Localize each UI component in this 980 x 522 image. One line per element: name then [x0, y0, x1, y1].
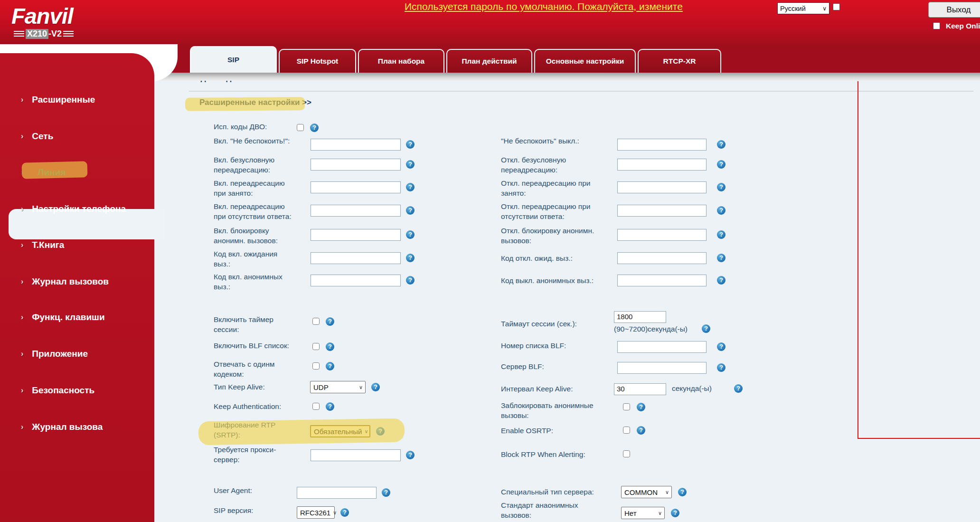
sidebar-item-2[interactable]: ›Линия	[0, 166, 154, 179]
help-icon[interactable]: ?	[340, 508, 349, 517]
help-icon[interactable]: ?	[671, 509, 679, 517]
tab-3[interactable]: План действий	[446, 49, 532, 73]
right-field-5-input[interactable]	[617, 252, 707, 264]
help-icon[interactable]: ?	[406, 254, 415, 262]
right-field-11-checkbox[interactable]	[623, 403, 630, 410]
keep-online-checkbox[interactable]	[933, 22, 940, 29]
tab-2[interactable]: План набора	[358, 49, 444, 73]
help-icon[interactable]: ?	[637, 426, 645, 435]
chevron-right-icon: ›	[21, 241, 23, 249]
right-field-3-input[interactable]	[617, 205, 707, 217]
chevron-right-icon: ›	[21, 205, 23, 213]
right-field-15-select[interactable]: Нет∨	[621, 507, 665, 519]
help-icon[interactable]: ?	[310, 123, 319, 132]
help-icon[interactable]: ?	[326, 342, 334, 351]
left-field-6-input[interactable]	[311, 252, 401, 264]
sidebar-item-9[interactable]: ›Журнал вызова	[0, 420, 154, 434]
tab-5[interactable]: RTCP-XR	[638, 49, 721, 73]
help-icon[interactable]: ?	[702, 324, 710, 333]
left-field-5-input[interactable]	[311, 229, 401, 241]
sidebar-item-1[interactable]: ›Сеть	[0, 130, 154, 143]
help-icon[interactable]: ?	[717, 363, 726, 372]
right-field-4-input[interactable]	[617, 229, 707, 241]
help-icon[interactable]: ?	[326, 362, 334, 370]
sidebar-item-5[interactable]: ›Журнал вызовов	[0, 275, 154, 288]
help-icon[interactable]: ?	[734, 384, 743, 393]
sidebar-item-8[interactable]: ›Безопасность	[0, 384, 154, 397]
right-field-10-input[interactable]: 30	[614, 383, 666, 395]
right-field-7-suffix: (90~7200)секунда(-ы)	[614, 325, 688, 333]
help-icon[interactable]: ?	[717, 230, 726, 239]
left-field-11-select[interactable]: UDP∨	[310, 381, 366, 393]
help-icon[interactable]: ?	[406, 451, 415, 459]
section-advanced-settings[interactable]: Расширенные настройки >>	[199, 98, 311, 107]
sidebar-item-label: Линия	[38, 167, 66, 178]
sidebar-item-4[interactable]: ›Т.Книга	[0, 238, 154, 252]
help-icon[interactable]: ?	[406, 160, 415, 169]
left-field-7-input[interactable]	[311, 275, 401, 286]
right-field-0-input[interactable]	[617, 139, 707, 151]
left-field-3-input[interactable]	[311, 181, 401, 193]
help-icon[interactable]: ?	[717, 342, 726, 351]
help-icon[interactable]: ?	[376, 427, 385, 436]
sidebar-item-3[interactable]: ›Настройки телефона	[0, 202, 154, 216]
tab-4[interactable]: Основные настройки	[534, 49, 636, 73]
field-label-line: Откл. блокировку анонимн.	[501, 226, 625, 236]
right-field-2-input[interactable]	[617, 181, 707, 193]
help-icon[interactable]: ?	[637, 403, 645, 411]
left-field-1-input[interactable]	[311, 139, 401, 151]
left-field-4-input[interactable]	[311, 205, 401, 217]
left-field-16-select[interactable]: RFC3261∨	[297, 506, 335, 519]
default-password-warning-link[interactable]: Используется пароль по умолчанию. Пожалу…	[405, 1, 784, 12]
left-field-13-select[interactable]: Обязательный∨	[310, 425, 370, 437]
help-icon[interactable]: ?	[406, 206, 415, 215]
tab-1[interactable]: SIP Hotspot	[279, 49, 356, 73]
left-field-12-checkbox[interactable]	[312, 403, 320, 410]
help-icon[interactable]: ?	[406, 276, 415, 285]
help-icon[interactable]: ?	[382, 488, 390, 497]
help-icon[interactable]: ?	[678, 488, 687, 496]
left-field-7-label: Код вкл. анонимныхвыз.:	[214, 272, 311, 292]
right-field-9-input[interactable]	[617, 362, 707, 374]
left-field-8-checkbox[interactable]	[312, 318, 320, 325]
help-icon[interactable]: ?	[717, 254, 726, 262]
help-icon[interactable]: ?	[406, 183, 415, 191]
sidebar-item-0[interactable]: ›Расширенные	[0, 93, 154, 106]
left-field-9-checkbox[interactable]	[312, 343, 320, 350]
help-icon[interactable]: ?	[717, 160, 726, 169]
help-icon[interactable]: ?	[406, 140, 415, 149]
tab-0[interactable]: SIP	[190, 46, 277, 73]
right-field-1-input[interactable]	[617, 159, 707, 171]
language-select[interactable]: Русский ∨	[777, 2, 829, 14]
help-icon[interactable]: ?	[371, 383, 380, 391]
help-icon[interactable]: ?	[717, 206, 726, 215]
help-icon[interactable]: ?	[326, 402, 334, 411]
help-icon[interactable]: ?	[326, 317, 334, 326]
sidebar-item-7[interactable]: ›Приложение	[0, 347, 154, 361]
left-field-15-input[interactable]	[297, 487, 377, 499]
help-icon[interactable]: ?	[717, 276, 726, 285]
right-field-13-checkbox[interactable]	[623, 450, 630, 457]
sidebar-item-6[interactable]: ›Функц. клавиши	[0, 311, 154, 324]
header-checkbox[interactable]	[833, 3, 840, 10]
left-field-10-checkbox[interactable]	[312, 362, 320, 370]
field-label-line: Стандарт анаонимных	[501, 500, 625, 510]
logout-button[interactable]: Выход	[928, 2, 980, 18]
left-field-0-checkbox[interactable]	[297, 124, 304, 131]
right-field-2-label: Откл. переадресацию призанято:	[501, 178, 625, 198]
chevron-right-icon: ›	[21, 168, 23, 177]
help-icon[interactable]: ?	[406, 230, 415, 239]
help-icon[interactable]: ?	[717, 140, 726, 149]
field-label-line: Заблокировать анонимные	[501, 400, 625, 410]
right-field-8-input[interactable]	[617, 341, 707, 353]
right-field-7-input[interactable]: 1800	[614, 311, 666, 323]
right-field-13-label: Block RTP When Alerting:	[501, 449, 625, 459]
right-field-14-select[interactable]: COMMON∨	[621, 486, 672, 498]
left-field-14-input[interactable]	[311, 449, 401, 461]
left-field-2-input[interactable]	[311, 159, 401, 171]
right-field-6-input[interactable]	[617, 275, 707, 286]
chevron-right-icon: ›	[21, 350, 23, 358]
sidebar: ›Расширенные›Сеть›Линия›Настройки телефо…	[0, 53, 154, 522]
right-field-12-checkbox[interactable]	[623, 427, 630, 434]
help-icon[interactable]: ?	[717, 183, 726, 191]
